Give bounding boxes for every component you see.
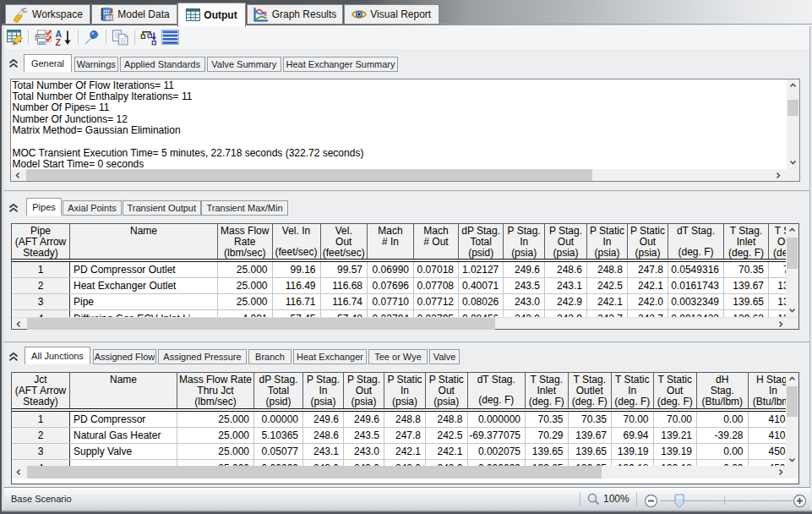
svg-text:Z: Z	[56, 36, 62, 46]
